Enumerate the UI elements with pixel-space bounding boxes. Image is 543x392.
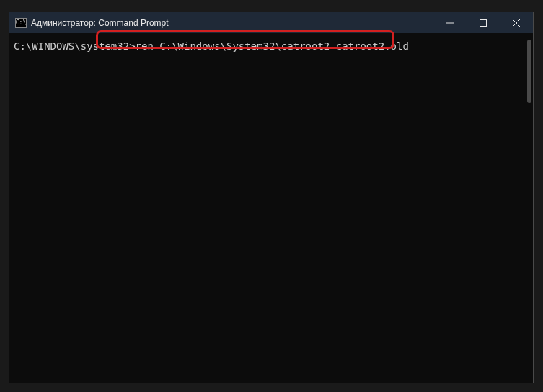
- terminal-line: C:\WINDOWS\system32>ren C:\Windows\Syste…: [14, 40, 533, 53]
- window-controls: [433, 12, 533, 33]
- close-button[interactable]: [500, 12, 533, 33]
- scrollbar[interactable]: [527, 40, 531, 103]
- terminal-body[interactable]: C:\WINDOWS\system32>ren C:\Windows\Syste…: [9, 34, 533, 383]
- titlebar[interactable]: C:\ Администратор: Command Prompt: [9, 12, 533, 34]
- prompt: C:\WINDOWS\system32>: [14, 40, 136, 52]
- window-title: Администратор: Command Prompt: [31, 18, 169, 28]
- minimize-icon: [446, 19, 454, 27]
- close-icon: [513, 19, 520, 27]
- maximize-icon: [480, 19, 487, 27]
- titlebar-left: C:\ Администратор: Command Prompt: [15, 18, 169, 28]
- cmd-icon-label: C:\: [16, 19, 26, 26]
- svg-rect-1: [480, 19, 487, 26]
- command-text: ren C:\Windows\System32\catroot2 catroot…: [136, 40, 409, 52]
- minimize-button[interactable]: [433, 12, 467, 33]
- cmd-icon: C:\: [15, 18, 27, 28]
- maximize-button[interactable]: [467, 12, 500, 33]
- command-prompt-window: C:\ Администратор: Command Prompt: [9, 12, 534, 383]
